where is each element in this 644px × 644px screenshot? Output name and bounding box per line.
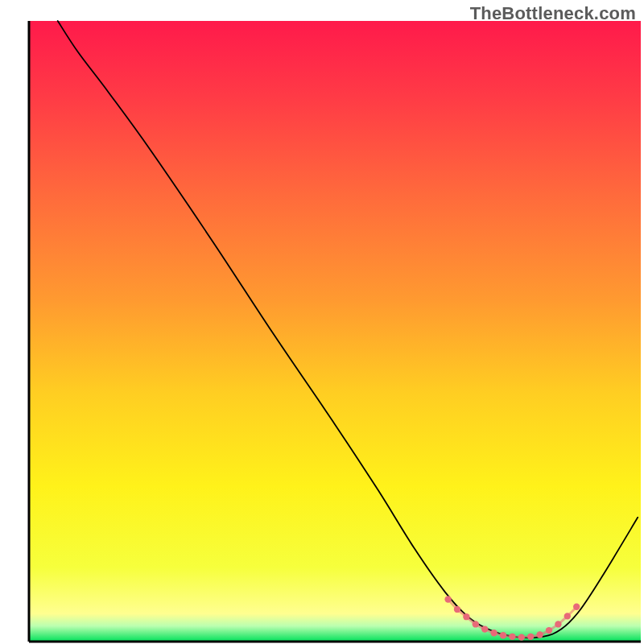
optimal-range-dot — [573, 604, 580, 610]
optimal-range-dot — [463, 613, 469, 620]
optimal-range-dot — [518, 634, 525, 640]
optimal-range-dot — [481, 625, 488, 632]
optimal-range-dot — [490, 630, 497, 636]
optimal-range-dot — [509, 634, 515, 640]
optimal-range-dot — [527, 634, 534, 640]
optimal-range-dot — [454, 606, 460, 613]
optimal-range-dot — [555, 621, 561, 627]
optimal-range-dot — [546, 627, 552, 634]
bottleneck-chart — [0, 0, 644, 644]
optimal-range-dot — [536, 631, 543, 638]
optimal-range-dot — [444, 596, 451, 602]
gradient-background — [29, 21, 641, 642]
watermark-text: TheBottleneck.com — [470, 3, 636, 24]
optimal-range-dot — [500, 632, 506, 638]
optimal-range-dot — [564, 613, 571, 619]
chart-frame: TheBottleneck.com — [0, 0, 644, 644]
optimal-range-dot — [473, 621, 479, 627]
